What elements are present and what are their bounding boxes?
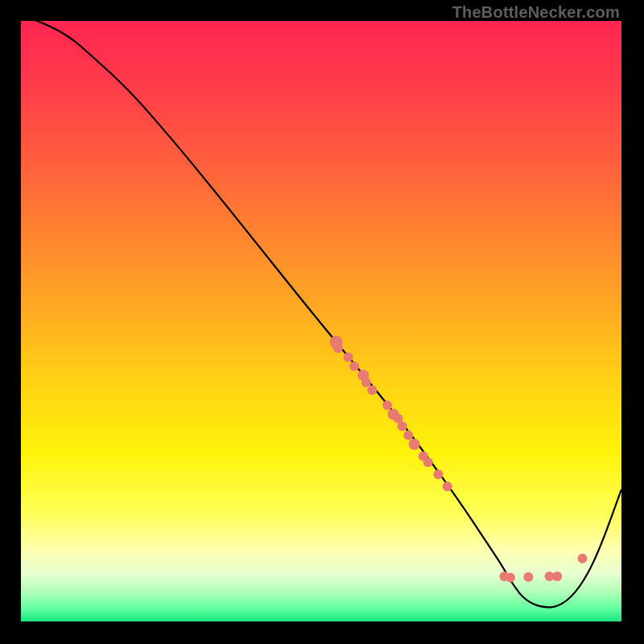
watermark-text: TheBottleNecker.com [452,3,620,22]
data-point [523,572,533,582]
data-point [333,344,343,353]
bottleneck-chart [21,21,621,621]
data-point [398,422,407,431]
data-point [344,353,353,362]
data-point [382,400,392,410]
data-point [552,572,562,581]
data-point [433,469,443,479]
data-point [443,481,452,491]
chart-background [21,21,621,621]
data-point [578,554,588,564]
data-point [349,361,359,371]
data-point [361,378,371,387]
chart-frame [21,21,621,621]
data-point [423,457,433,467]
data-point [367,386,377,395]
data-point [506,573,515,583]
data-point [409,439,420,450]
data-point [403,431,413,440]
